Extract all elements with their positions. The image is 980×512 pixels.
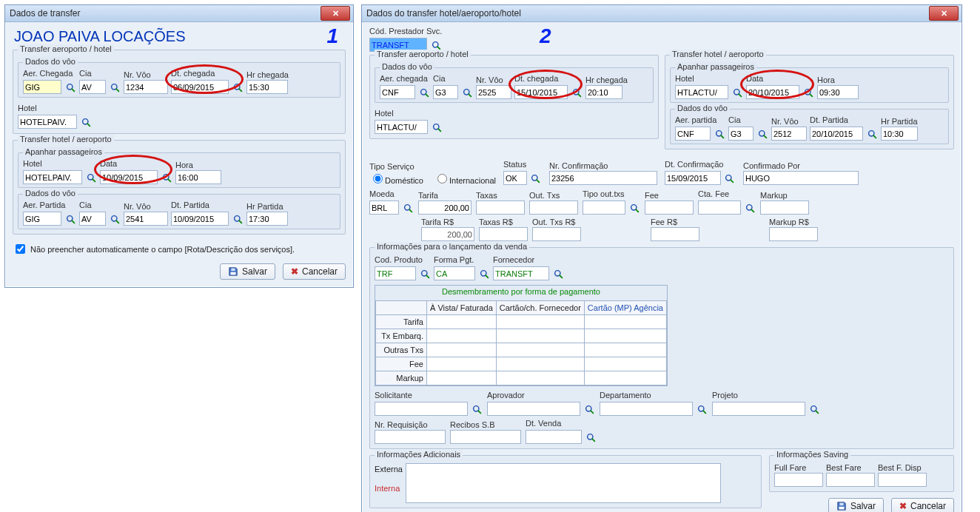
search-icon[interactable] [431, 121, 443, 134]
additional-info-textarea[interactable] [406, 463, 721, 503]
vendor-heading: JOAO PAIVA LOCAÇÕES [14, 28, 346, 45]
search-icon[interactable] [571, 87, 583, 99]
search-icon[interactable] [64, 81, 76, 94]
full-fare-input[interactable] [774, 473, 823, 487]
cia-input[interactable] [79, 212, 106, 226]
search-icon[interactable] [530, 172, 542, 185]
search-icon[interactable] [85, 172, 97, 184]
service-domestic-radio[interactable] [373, 174, 383, 183]
tariff-brl-input [421, 227, 474, 241]
save-button[interactable]: Salvar [220, 263, 275, 280]
search-icon[interactable] [585, 431, 597, 444]
cia-input[interactable] [433, 85, 458, 99]
pickup-date-input[interactable] [100, 170, 158, 184]
pickup-time-input[interactable] [817, 85, 859, 99]
search-icon[interactable] [714, 128, 725, 141]
other-taxes-type-input[interactable] [583, 201, 625, 215]
dep-date-input[interactable] [171, 212, 229, 226]
search-icon[interactable] [418, 87, 430, 99]
search-icon[interactable] [744, 202, 756, 215]
arrival-date-input[interactable] [171, 80, 229, 94]
status-input[interactable] [503, 171, 527, 185]
confirmation-number-input[interactable] [549, 171, 657, 185]
search-icon[interactable] [419, 268, 431, 280]
arrival-time-input[interactable] [246, 80, 288, 94]
pickup-hotel-input[interactable] [675, 85, 728, 99]
supplier-input[interactable] [493, 266, 549, 280]
cancel-button[interactable]: ✖Cancelar [283, 263, 346, 280]
search-icon[interactable] [731, 87, 743, 99]
flight-number-input[interactable] [124, 80, 168, 94]
search-icon[interactable] [696, 403, 708, 416]
search-icon[interactable] [808, 403, 820, 416]
pickup-hotel-input[interactable] [23, 170, 82, 184]
annotation-number: 1 [326, 24, 338, 48]
search-icon[interactable] [402, 202, 414, 215]
search-icon[interactable] [461, 87, 473, 99]
requester-input[interactable] [375, 402, 468, 416]
flight-number-input[interactable] [124, 212, 168, 226]
best-fare-input[interactable] [826, 473, 875, 487]
payment-form-input[interactable] [434, 266, 475, 280]
currency-input[interactable] [369, 201, 399, 215]
fee-input[interactable] [645, 201, 694, 215]
search-icon[interactable] [756, 128, 768, 141]
project-input[interactable] [712, 402, 805, 416]
search-icon[interactable] [478, 268, 490, 280]
other-taxes-input[interactable] [529, 201, 578, 215]
search-icon[interactable] [161, 172, 172, 184]
sale-date-input[interactable] [526, 430, 582, 444]
save-button[interactable]: Salvar [828, 498, 884, 512]
tariff-input[interactable] [418, 201, 471, 215]
hotel-input[interactable] [375, 120, 428, 134]
search-icon[interactable] [80, 116, 92, 129]
cia-input[interactable] [79, 80, 106, 94]
dep-airport-input[interactable] [23, 212, 61, 226]
dep-date-input[interactable] [810, 127, 863, 141]
confirmed-by-input[interactable] [743, 171, 859, 185]
dep-time-input[interactable] [246, 212, 288, 226]
search-icon[interactable] [583, 403, 595, 416]
cia-input[interactable] [728, 127, 754, 141]
service-international-radio[interactable] [437, 174, 447, 183]
arrival-airport-input[interactable] [380, 85, 415, 99]
search-icon[interactable] [64, 213, 76, 226]
search-icon[interactable] [471, 403, 483, 416]
auto-fill-checkbox[interactable] [16, 244, 25, 254]
arrival-date-input[interactable] [514, 85, 568, 99]
product-code-input[interactable] [375, 266, 416, 280]
search-icon[interactable] [109, 81, 121, 94]
hotel-input[interactable] [18, 115, 77, 129]
flight-number-input[interactable] [476, 85, 511, 99]
receipts-input[interactable] [450, 430, 521, 444]
search-icon[interactable] [552, 268, 564, 280]
search-icon[interactable] [802, 87, 814, 99]
search-icon[interactable] [628, 202, 640, 215]
search-icon[interactable] [109, 213, 121, 226]
arrival-time-input[interactable] [585, 85, 622, 99]
close-icon[interactable]: ✕ [929, 6, 959, 21]
pickup-date-input[interactable] [746, 85, 799, 99]
cancel-button[interactable]: ✖Cancelar [891, 498, 954, 512]
search-icon[interactable] [866, 128, 878, 141]
search-icon[interactable] [232, 81, 244, 94]
group-additional-info: Informações Adicionais Externa Interna [369, 455, 762, 508]
group-hotel-airport-2: Transfer hotel / aeroporto Apanhar passa… [665, 55, 954, 149]
close-icon[interactable]: ✕ [320, 6, 350, 21]
dep-time-input[interactable] [881, 127, 918, 141]
requisition-number-input[interactable] [375, 430, 446, 444]
pickup-time-input[interactable] [175, 170, 221, 184]
taxes-brl-input [479, 227, 528, 241]
confirmation-date-input[interactable] [665, 171, 721, 185]
flight-number-input[interactable] [771, 127, 807, 141]
department-input[interactable] [600, 402, 693, 416]
arrival-airport-input[interactable] [23, 80, 61, 94]
taxes-input[interactable] [476, 201, 525, 215]
markup-input[interactable] [760, 201, 809, 215]
fee-account-input[interactable] [698, 201, 741, 215]
best-fare-disp-input[interactable] [878, 473, 927, 487]
dep-airport-input[interactable] [675, 127, 711, 141]
search-icon[interactable] [724, 172, 736, 185]
approver-input[interactable] [487, 402, 580, 416]
search-icon[interactable] [232, 213, 244, 226]
